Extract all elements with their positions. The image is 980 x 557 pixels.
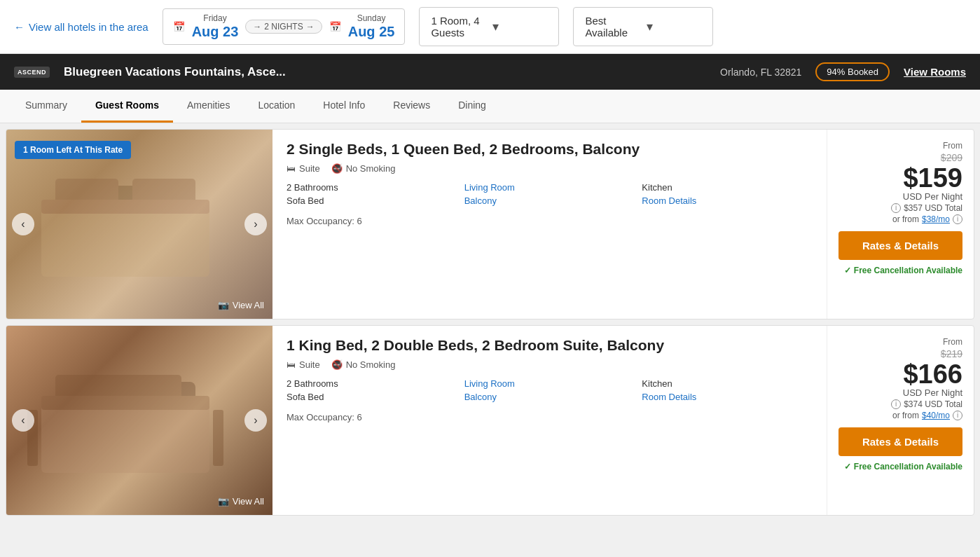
arrow-left-icon: ← (14, 21, 25, 33)
carousel-next-2[interactable]: › (244, 409, 267, 432)
svg-rect-8 (41, 396, 209, 410)
total-label-1: $357 USD Total (904, 203, 962, 213)
back-link[interactable]: ← View all hotels in the area (14, 21, 149, 33)
carousel-prev-1[interactable]: ‹ (12, 213, 34, 235)
hotel-header: ASCEND Bluegreen Vacations Fountains, As… (0, 54, 980, 90)
room-features-1: 2 Bathrooms Living Room Kitchen Sofa Bed… (287, 182, 813, 206)
top-bar: ← View all hotels in the area 📅 Friday A… (0, 0, 980, 54)
calendar-icon: 📅 (173, 21, 185, 32)
rooms-container: 1 Room Left At This Rate ‹ › 📷 View All … (0, 123, 980, 527)
view-all-label-2: View All (233, 496, 264, 507)
total-info-icon-2[interactable]: i (891, 399, 901, 409)
monthly-info-icon-1[interactable]: i (953, 214, 962, 224)
availability-badge-1: 1 Room Left At This Rate (15, 141, 131, 159)
tab-reviews[interactable]: Reviews (379, 90, 444, 123)
calendar-icon-2: 📅 (329, 21, 341, 32)
room-pricing-2: From $219 $166 USD Per Night i $374 USD … (827, 326, 974, 515)
carousel-prev-2[interactable]: ‹ (12, 409, 34, 432)
feature-balcony-1[interactable]: Balcony (464, 195, 635, 206)
room-card-1: 1 Room Left At This Rate ‹ › 📷 View All … (6, 129, 974, 319)
bed-icon-2: 🛏 (287, 359, 296, 370)
feature-bathrooms-1: 2 Bathrooms (287, 182, 457, 193)
back-link-text: View all hotels in the area (29, 21, 149, 33)
price-current-1: $159 (903, 165, 962, 191)
free-cancel-label-2: Free Cancellation Available (854, 462, 962, 472)
sort-chevron-icon: ▾ (647, 19, 701, 34)
nights-badge: → 2 NIGHTS → (245, 20, 322, 34)
tab-summary[interactable]: Summary (11, 90, 81, 123)
price-total-1: i $357 USD Total (891, 203, 962, 213)
tab-amenities[interactable]: Amenities (173, 90, 244, 123)
total-info-icon-1[interactable]: i (891, 203, 901, 213)
guests-label: 1 Room, 4 Guests (431, 15, 485, 39)
chevron-down-icon: ▾ (492, 19, 547, 34)
total-label-2: $374 USD Total (904, 399, 962, 409)
price-monthly-2: or from $40/mo i (892, 411, 962, 420)
room-info-1: 2 Single Beds, 1 Queen Bed, 2 Bedrooms, … (272, 130, 827, 319)
view-all-photos-2[interactable]: 📷 View All (218, 496, 264, 507)
rates-button-1[interactable]: Rates & Details (838, 231, 962, 260)
feature-sofa-2: Sofa Bed (287, 392, 457, 402)
free-cancel-2: ✓ Free Cancellation Available (844, 462, 962, 472)
room-title-2: 1 King Bed, 2 Double Beds, 2 Bedroom Sui… (287, 337, 813, 354)
monthly-link-2[interactable]: $40/mo (922, 411, 950, 420)
feature-sofa-1: Sofa Bed (287, 195, 457, 206)
feature-room-details-1[interactable]: Room Details (642, 195, 813, 206)
svg-rect-10 (213, 410, 223, 466)
view-all-photos-1[interactable]: 📷 View All (218, 300, 264, 310)
sort-selector[interactable]: Best Available ▾ (573, 7, 713, 46)
svg-rect-4 (41, 200, 209, 214)
hotel-badge: ASCEND (14, 67, 50, 78)
rates-button-2[interactable]: Rates & Details (838, 427, 962, 456)
arrow-right-small: → (253, 22, 261, 32)
smoking-label-2: No Smoking (346, 359, 396, 370)
price-monthly-1: or from $38/mo i (892, 214, 962, 224)
monthly-info-icon-2[interactable]: i (953, 411, 962, 420)
room-title-1: 2 Single Beds, 1 Queen Bed, 2 Bedrooms, … (287, 141, 813, 158)
feature-living-room-2[interactable]: Living Room (464, 378, 635, 389)
feature-balcony-2[interactable]: Balcony (464, 392, 635, 402)
monthly-prefix-2: or from (892, 411, 919, 420)
free-cancel-label-1: Free Cancellation Available (854, 266, 962, 275)
date-selector[interactable]: 📅 Friday Aug 23 → 2 NIGHTS → 📅 Sunday Au… (163, 8, 406, 45)
room-card-2: ‹ › 📷 View All 1 King Bed, 2 Double Beds… (6, 325, 974, 516)
room-type-label-2: Suite (299, 359, 320, 370)
room-subtitle-1: 🛏 Suite 🚭 No Smoking (287, 163, 813, 174)
checkout-day: Sunday (348, 13, 395, 23)
room-image-2 (6, 326, 272, 515)
feature-bathrooms-2: 2 Bathrooms (287, 378, 457, 389)
carousel-next-1[interactable]: › (244, 213, 267, 235)
price-from-label-2: From (943, 337, 962, 347)
feature-living-room-1[interactable]: Living Room (464, 182, 635, 193)
monthly-link-1[interactable]: $38/mo (922, 214, 950, 224)
smoking-info-2: 🚭 No Smoking (331, 359, 396, 370)
nights-label: 2 NIGHTS (264, 22, 303, 32)
room-occupancy-2: Max Occupancy: 6 (287, 412, 813, 422)
free-cancel-1: ✓ Free Cancellation Available (844, 266, 962, 275)
no-smoking-icon-1: 🚭 (331, 163, 343, 174)
camera-icon-1: 📷 (218, 300, 229, 310)
smoking-info-1: 🚭 No Smoking (331, 163, 396, 174)
room-occupancy-1: Max Occupancy: 6 (287, 216, 813, 226)
room-image-area-1: 1 Room Left At This Rate ‹ › 📷 View All (6, 130, 272, 319)
view-rooms-link[interactable]: View Rooms (904, 66, 966, 78)
guests-selector[interactable]: 1 Room, 4 Guests ▾ (419, 7, 559, 46)
tab-dining[interactable]: Dining (444, 90, 500, 123)
monthly-prefix-1: or from (892, 214, 919, 224)
room-features-2: 2 Bathrooms Living Room Kitchen Sofa Bed… (287, 378, 813, 402)
tab-guest-rooms[interactable]: Guest Rooms (81, 90, 173, 123)
tab-location[interactable]: Location (244, 90, 309, 123)
price-per-night-1: USD Per Night (903, 191, 962, 202)
tab-hotel-info[interactable]: Hotel Info (309, 90, 379, 123)
room-type-label-1: Suite (299, 163, 320, 174)
nav-tabs: Summary Guest Rooms Amenities Location H… (0, 90, 980, 123)
price-total-2: i $374 USD Total (891, 399, 962, 409)
feature-room-details-2[interactable]: Room Details (642, 392, 813, 402)
room-type-2: 🛏 Suite (287, 359, 320, 370)
no-smoking-icon-2: 🚭 (331, 359, 343, 370)
arrow-right-small2: → (306, 22, 315, 32)
view-all-label-1: View All (233, 300, 264, 310)
price-row-2: $166 (903, 361, 962, 387)
checkin-block: Friday Aug 23 (192, 13, 239, 40)
checkout-block: Sunday Aug 25 (348, 13, 395, 40)
